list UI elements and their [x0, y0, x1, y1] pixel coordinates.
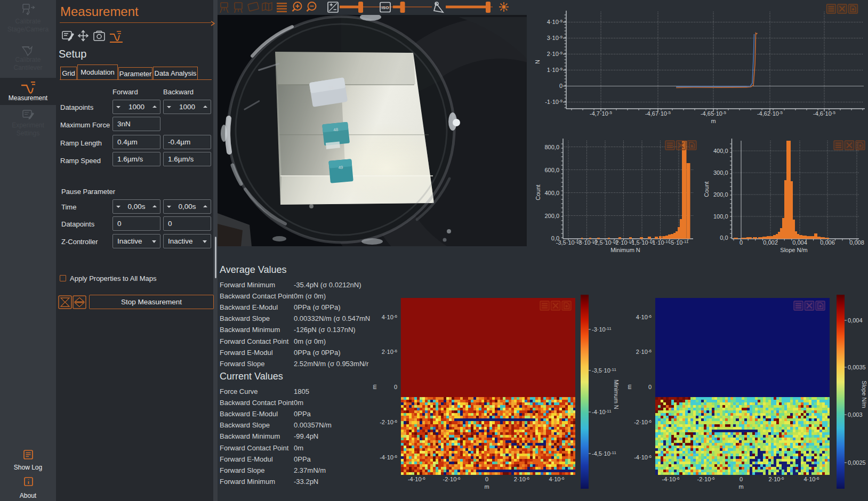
- svg-text:0,0025: 0,0025: [848, 459, 866, 466]
- svg-text:-4·10-6: -4·10-6: [662, 476, 680, 482]
- svg-text:-5·10-11: -5·10-11: [669, 239, 689, 246]
- svg-text:-4,65·10-5: -4,65·10-5: [701, 110, 727, 117]
- svg-text:-4,67·10-5: -4,67·10-5: [645, 110, 671, 117]
- svg-text:ISO: ISO: [382, 5, 389, 10]
- svg-text:-4·10-6: -4·10-6: [634, 454, 652, 460]
- svg-text:0: 0: [559, 83, 562, 89]
- svg-text:0: 0: [485, 476, 488, 482]
- svg-text:400,0: 400,0: [713, 148, 728, 154]
- svg-text:4·10-6: 4·10-6: [636, 314, 652, 320]
- svg-text:0,004: 0,004: [848, 317, 863, 324]
- svg-text:m: m: [738, 483, 743, 490]
- svg-text:4·10-6: 4·10-6: [549, 476, 565, 482]
- svg-text:-4·10-11: -4·10-11: [592, 409, 612, 415]
- svg-text:0: 0: [648, 384, 652, 390]
- svg-text:0,002: 0,002: [763, 239, 778, 246]
- svg-text:-4,62·10-5: -4,62·10-5: [757, 110, 783, 117]
- svg-text:4·10-9: 4·10-9: [547, 19, 563, 25]
- svg-text:200,0: 200,0: [713, 191, 728, 198]
- svg-text:m: m: [484, 483, 489, 490]
- svg-text:-4·10-6: -4·10-6: [380, 454, 397, 460]
- svg-text:-4·10-6: -4·10-6: [408, 476, 425, 482]
- svg-text:-3,5·10-11: -3,5·10-11: [592, 367, 616, 374]
- svg-text:4·10-6: 4·10-6: [803, 476, 819, 482]
- svg-text:0,0035: 0,0035: [848, 364, 866, 370]
- svg-text:2·10-6: 2·10-6: [768, 476, 784, 482]
- svg-text:Slope N/m: Slope N/m: [780, 247, 807, 253]
- svg-text:Count: Count: [703, 181, 710, 197]
- svg-text:0,004: 0,004: [792, 239, 807, 246]
- svg-text:1·10-9: 1·10-9: [547, 67, 563, 73]
- svg-text:m: m: [371, 384, 377, 389]
- svg-text:4·10-6: 4·10-6: [382, 314, 398, 320]
- svg-text:-2·10-6: -2·10-6: [697, 476, 715, 482]
- svg-text:48: 48: [333, 127, 339, 132]
- svg-text:2·10-6: 2·10-6: [382, 349, 398, 355]
- svg-text:0,003: 0,003: [848, 411, 863, 418]
- svg-text:Count: Count: [535, 184, 541, 200]
- svg-text:-4,5·10-11: -4,5·10-11: [592, 450, 616, 457]
- svg-text:3·10-9: 3·10-9: [547, 35, 563, 41]
- svg-text:N: N: [534, 60, 541, 64]
- svg-text:-2·10-6: -2·10-6: [443, 476, 461, 482]
- svg-text:-2·10-6: -2·10-6: [380, 419, 397, 425]
- svg-text:49: 49: [338, 165, 343, 171]
- svg-text:m: m: [626, 384, 632, 389]
- svg-text:Minimum N: Minimum N: [610, 247, 640, 253]
- svg-text:-1·10-10: -1·10-10: [650, 239, 671, 246]
- svg-text:-4,6·10-5: -4,6·10-5: [813, 110, 836, 117]
- svg-text:-1·10-9: -1·10-9: [545, 99, 562, 105]
- svg-text:0: 0: [740, 239, 743, 246]
- svg-text:-3·10-11: -3·10-11: [592, 326, 612, 333]
- svg-text:2·10-6: 2·10-6: [636, 349, 652, 355]
- svg-text:Slope N/m: Slope N/m: [861, 381, 867, 408]
- svg-text:0,008: 0,008: [849, 239, 864, 246]
- svg-text:200,0: 200,0: [544, 213, 559, 219]
- svg-text:m: m: [711, 118, 716, 124]
- svg-text:400,0: 400,0: [544, 190, 559, 196]
- svg-text:600,0: 600,0: [544, 167, 559, 173]
- svg-text:800,0: 800,0: [544, 144, 559, 150]
- svg-text:0,0: 0,0: [720, 235, 728, 241]
- svg-text:0,006: 0,006: [820, 239, 835, 246]
- svg-text:0: 0: [394, 384, 397, 390]
- svg-text:-4,7·10-5: -4,7·10-5: [590, 110, 613, 117]
- svg-text:Minimum N: Minimum N: [613, 379, 620, 409]
- svg-text:-2·10-6: -2·10-6: [634, 419, 652, 425]
- svg-text:300,0: 300,0: [713, 169, 728, 176]
- svg-text:100,0: 100,0: [713, 213, 728, 220]
- svg-text:2·10-9: 2·10-9: [547, 51, 563, 57]
- svg-text:2·10-6: 2·10-6: [514, 476, 530, 482]
- svg-text:0: 0: [740, 476, 743, 482]
